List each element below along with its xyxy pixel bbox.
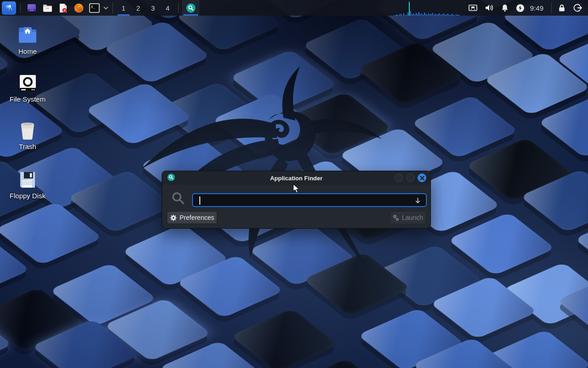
launch-gears-icon [393,214,399,221]
launcher-app-window[interactable] [24,0,40,16]
kali-dragon-icon [2,1,16,15]
titlebar[interactable]: Application Finder [162,171,430,185]
cpu-bar [406,15,407,16]
applications-menu-button[interactable] [1,0,17,16]
notifications-icon[interactable] [501,4,509,12]
launcher-text-editor[interactable] [55,0,71,16]
cpu-bar [413,13,414,16]
launcher-firefox[interactable] [71,0,86,16]
cpu-bar [452,14,452,16]
workspace-button-3[interactable]: 3 [146,0,160,16]
cpu-bar [423,15,424,16]
cpu-bar [456,14,457,16]
cpu-bar [421,13,422,16]
cpu-bar [449,15,450,16]
cpu-bar [394,15,395,16]
maximize-button[interactable] [406,173,415,182]
volume-icon[interactable] [485,4,494,12]
cpu-bar [450,15,451,16]
cpu-bar [445,15,446,16]
launcher-file-manager[interactable] [40,0,55,16]
active-task-underline [183,14,198,16]
svg-text:$_: $_ [91,5,95,8]
terminal-dropdown-button[interactable] [102,0,109,16]
floppy-disk-icon [17,170,38,190]
cpu-bar [431,14,432,16]
desktop-icon-label: Trash [19,143,36,150]
cpu-bar [454,15,455,16]
close-button[interactable] [418,173,426,182]
system-load-graph[interactable] [394,0,464,16]
desktop: $_ 1 2 3 4 [0,0,588,368]
preferences-button[interactable]: Preferences [167,211,217,224]
arrow-down-icon[interactable] [414,197,421,204]
launch-label: Launch [402,214,423,221]
search-row [162,185,430,213]
workspace-button-4[interactable]: 4 [160,0,175,16]
cpu-bar [417,14,418,16]
hard-drive-icon [17,74,38,93]
cpu-bar [395,15,396,16]
cpu-bar [409,2,410,16]
cpu-bar [443,13,444,16]
top-panel: $_ 1 2 3 4 [0,0,588,16]
cpu-bar [438,14,439,16]
cpu-bar [441,15,441,16]
cpu-bar [407,12,408,16]
cpu-bar [402,15,403,16]
panel-separator [20,3,21,13]
workspace-label: 2 [136,4,140,12]
workspace-label: 3 [151,4,155,12]
workspace-button-1[interactable]: 1 [116,0,131,16]
cpu-bar [414,15,415,16]
cpu-bar [432,13,433,16]
cpu-bar [398,15,399,16]
cpu-bar [425,14,426,16]
active-workspace-underline [118,14,130,16]
preferences-label: Preferences [180,214,214,221]
cpu-bar [446,14,447,16]
desktop-icon-trash[interactable]: Trash [0,121,55,150]
firefox-icon [74,3,84,13]
cpu-bar [427,15,428,16]
chevron-down-icon [103,6,108,10]
network-icon[interactable] [468,4,478,12]
appfinder-icon [186,3,196,13]
cpu-bar [430,14,430,16]
system-tray [468,4,525,12]
cpu-bar [403,13,404,16]
cpu-bar [453,15,454,16]
trash-icon [17,121,38,140]
cpu-bar [418,12,419,16]
text-editor-icon [58,3,68,13]
desktop-icon-floppy-disk[interactable]: Floppy Disk [0,170,55,200]
cpu-bar [447,14,448,16]
clock[interactable]: 9:49 [530,4,543,12]
purple-window-icon [27,3,37,13]
gear-icon [170,214,177,221]
panel-separator [113,3,113,13]
launch-button[interactable]: Launch [390,211,426,224]
desktop-icon-home[interactable]: Home [0,26,55,55]
cpu-bar [420,14,421,16]
window-title: Application Finder [162,175,430,182]
cpu-bar [410,11,411,16]
cpu-bar [399,14,400,16]
launcher-terminal[interactable]: $_ [86,0,102,16]
application-finder-window: Application Finder [162,171,431,229]
cpu-bar [401,14,401,16]
desktop-icon-label: File System [10,95,45,103]
cpu-bar [405,15,406,16]
terminal-icon: $_ [89,3,100,13]
cpu-bar [436,15,437,16]
search-input[interactable] [192,193,427,207]
minimize-button[interactable] [395,173,403,182]
lock-icon[interactable] [558,4,566,12]
logout-icon[interactable] [573,3,582,12]
desktop-icon-file-system[interactable]: File System [0,74,55,103]
power-icon[interactable] [516,4,525,12]
session-buttons [558,3,582,12]
taskbar-application-finder[interactable] [182,0,199,16]
workspace-button-2[interactable]: 2 [131,0,146,16]
cpu-bar [442,14,443,16]
